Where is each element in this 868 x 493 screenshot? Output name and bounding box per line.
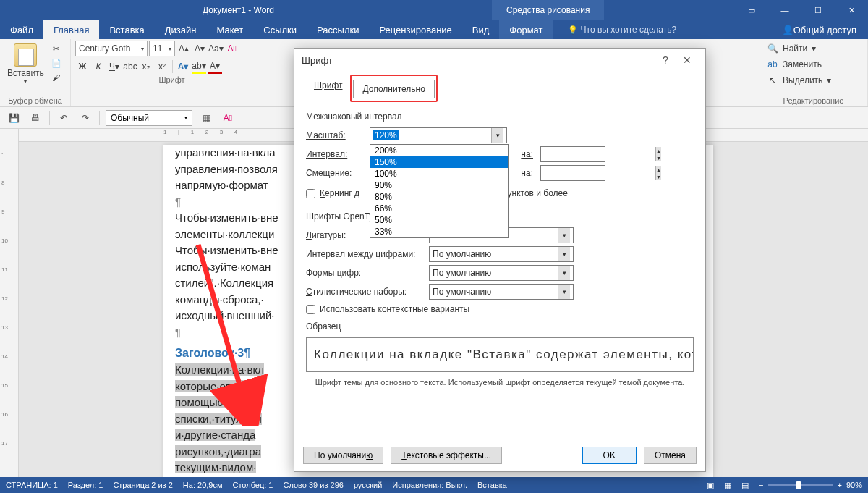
- zoom-out-icon[interactable]: −: [759, 481, 763, 489]
- maximize-icon[interactable]: ☐: [801, 0, 835, 20]
- status-track[interactable]: Исправления: Выкл.: [392, 481, 467, 489]
- qat-more-icon[interactable]: ▦: [198, 110, 214, 126]
- tab-references[interactable]: Ссылки: [253, 20, 307, 39]
- chevron-down-icon[interactable]: ▾: [558, 266, 570, 280]
- tab-view[interactable]: Вид: [462, 20, 500, 39]
- status-col[interactable]: Столбец: 1: [233, 481, 273, 489]
- spin-down-icon[interactable]: ▼: [656, 154, 661, 161]
- font-size-combo[interactable]: 11▾: [149, 41, 175, 56]
- format-painter-icon[interactable]: 🖌: [50, 71, 63, 84]
- view-web-icon[interactable]: ▤: [741, 481, 749, 490]
- vertical-ruler[interactable]: · 8 9 10 11 12 13 14 15 16 17: [0, 129, 19, 477]
- scale-option[interactable]: 90%: [370, 180, 508, 191]
- undo-icon[interactable]: ↶: [56, 110, 72, 126]
- zoom-slider[interactable]: [768, 484, 833, 486]
- tab-format[interactable]: Формат: [499, 20, 553, 39]
- spacing-by-spinner[interactable]: ▲▼: [540, 146, 605, 162]
- tab-review[interactable]: Рецензирование: [369, 20, 461, 39]
- font-color-icon[interactable]: A▾: [208, 59, 222, 74]
- tab-home[interactable]: Главная: [43, 20, 99, 39]
- position-by-spinner[interactable]: ▲▼: [540, 165, 605, 181]
- scale-option[interactable]: 80%: [370, 191, 508, 203]
- paste-button[interactable]: Вставить ▾: [4, 42, 47, 86]
- dialog-tab-font[interactable]: Шрифт: [305, 76, 352, 101]
- scale-combo[interactable]: 120% ▾ 200% 150% 100% 90% 80% 66% 50% 33…: [370, 127, 507, 143]
- grow-font-icon[interactable]: A▴: [176, 41, 191, 56]
- status-section[interactable]: Раздел: 1: [68, 481, 103, 489]
- spin-up-icon[interactable]: ▲: [656, 147, 661, 154]
- scale-option[interactable]: 200%: [370, 145, 508, 156]
- copy-icon[interactable]: 📄: [50, 56, 63, 69]
- status-at[interactable]: На: 20,9см: [183, 481, 223, 489]
- chevron-down-icon[interactable]: ▾: [491, 128, 503, 143]
- default-button[interactable]: По умолчанию: [303, 447, 383, 464]
- text-effects-icon[interactable]: A▾: [176, 59, 190, 74]
- ribbon-options-icon[interactable]: ▭: [735, 0, 768, 20]
- strikethrough-button[interactable]: abc: [123, 59, 137, 74]
- select-button[interactable]: ↖Выделить ▾: [764, 74, 863, 87]
- scale-option[interactable]: 33%: [370, 226, 508, 237]
- save-icon[interactable]: 💾: [6, 110, 22, 126]
- status-page-of[interactable]: Страница 2 из 2: [113, 481, 172, 489]
- numspacing-combo[interactable]: По умолчанию▾: [429, 246, 574, 262]
- scale-option[interactable]: 66%: [370, 203, 508, 214]
- text-effects-button[interactable]: Текстовые эффекты...: [391, 447, 502, 464]
- status-words[interactable]: Слово 39 из 296: [283, 481, 343, 489]
- view-print-icon[interactable]: ▦: [724, 481, 731, 490]
- clear-formatting-icon[interactable]: Aͦ: [225, 41, 239, 56]
- help-icon[interactable]: ?: [655, 54, 676, 66]
- chevron-down-icon[interactable]: ▾: [558, 247, 570, 261]
- minimize-icon[interactable]: —: [768, 0, 801, 20]
- cursor-icon: ↖: [767, 75, 778, 85]
- zoom-in-icon[interactable]: +: [838, 481, 842, 489]
- status-lang[interactable]: русский: [354, 481, 382, 489]
- view-read-icon[interactable]: ▣: [707, 481, 714, 490]
- tab-mailings[interactable]: Рассылки: [307, 20, 369, 39]
- highlight-icon[interactable]: ab▾: [192, 59, 206, 74]
- underline-button[interactable]: Ч▾: [107, 59, 122, 74]
- cancel-button[interactable]: Отмена: [644, 447, 697, 464]
- print-icon[interactable]: 🖶: [27, 110, 43, 126]
- close-icon[interactable]: ✕: [835, 0, 868, 20]
- status-mode[interactable]: Вставка: [477, 481, 507, 489]
- spin-down-icon[interactable]: ▼: [656, 173, 661, 180]
- scale-option[interactable]: 50%: [370, 214, 508, 226]
- shrink-font-icon[interactable]: A▾: [192, 41, 207, 56]
- status-page[interactable]: СТРАНИЦА: 1: [6, 481, 58, 489]
- font-name-combo[interactable]: Century Goth▾: [75, 41, 148, 56]
- cut-icon[interactable]: ✂: [50, 42, 63, 55]
- scale-option[interactable]: 150%: [370, 156, 508, 168]
- change-case-icon[interactable]: Aa▾: [208, 41, 224, 56]
- scale-option[interactable]: 100%: [370, 168, 508, 180]
- tab-design[interactable]: Дизайн: [155, 20, 207, 39]
- subscript-button[interactable]: x₂: [139, 59, 153, 74]
- chevron-down-icon[interactable]: ▾: [558, 228, 570, 243]
- superscript-button[interactable]: x²: [155, 59, 169, 74]
- replace-button[interactable]: abЗаменить: [764, 58, 863, 71]
- share-button[interactable]: 👤 Общий доступ: [770, 20, 868, 39]
- tab-layout[interactable]: Макет: [206, 20, 253, 39]
- tellme-search[interactable]: Что вы хотите сделать?: [568, 20, 677, 39]
- style-combo[interactable]: Обычный▾: [106, 110, 192, 126]
- tab-insert[interactable]: Вставка: [99, 20, 154, 39]
- close-icon[interactable]: ✕: [676, 54, 698, 66]
- ok-button[interactable]: OK: [582, 447, 637, 464]
- qat-eraser-icon[interactable]: Aͦ: [220, 110, 236, 126]
- italic-button[interactable]: К: [91, 59, 106, 74]
- redo-icon[interactable]: ↷: [77, 110, 93, 126]
- spin-up-icon[interactable]: ▲: [656, 166, 661, 173]
- kerning-checkbox[interactable]: [306, 189, 315, 198]
- dialog-body: Межзнаковый интервал Масштаб: 120% ▾ 200…: [302, 101, 698, 439]
- zoom-value[interactable]: 90%: [846, 481, 862, 489]
- chevron-down-icon[interactable]: ▾: [558, 285, 570, 299]
- dialog-tab-advanced[interactable]: Дополнительно: [353, 80, 434, 98]
- find-button[interactable]: 🔍Найти ▾: [764, 42, 863, 55]
- position-by-input[interactable]: [541, 166, 655, 180]
- spacing-by-input[interactable]: [541, 147, 655, 161]
- dialog-titlebar[interactable]: Шрифт ? ✕: [294, 49, 705, 72]
- tab-file[interactable]: Файл: [0, 20, 43, 39]
- numform-combo[interactable]: По умолчанию▾: [429, 265, 574, 281]
- contextual-checkbox[interactable]: [306, 305, 315, 314]
- bold-button[interactable]: Ж: [75, 59, 90, 74]
- stylistic-combo[interactable]: По умолчанию▾: [429, 284, 574, 300]
